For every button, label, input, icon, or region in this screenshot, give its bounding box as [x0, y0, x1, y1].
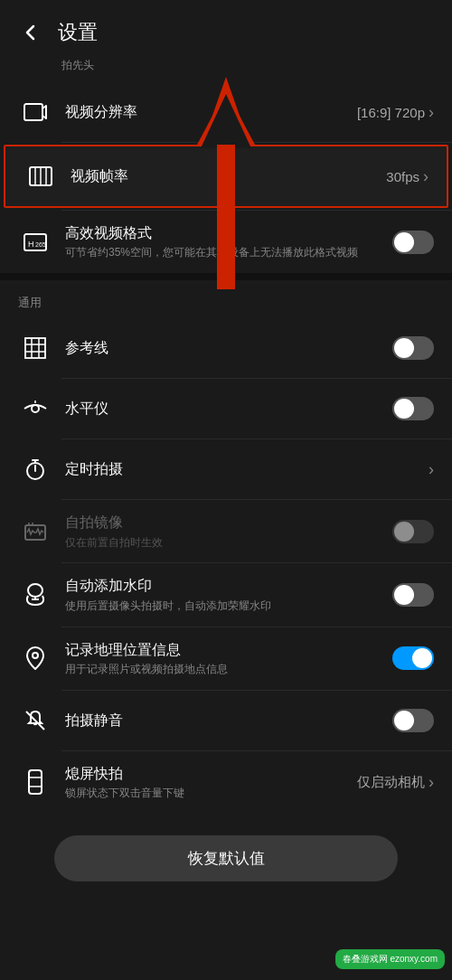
back-button[interactable]: [14, 16, 47, 49]
grid-line-text: 参考线: [65, 338, 392, 358]
level-item[interactable]: 水平仪: [0, 379, 452, 438]
selfie-mirror-text: 自拍镜像 仅在前置自拍时生效: [65, 513, 392, 550]
quick-snap-icon: [18, 765, 52, 799]
chevron-icon: ›: [428, 103, 434, 122]
video-resolution-item[interactable]: 视频分辨率 [16:9] 720p ›: [0, 82, 452, 142]
video-framerate-item[interactable]: 视频帧率 30fps ›: [4, 145, 448, 208]
divider: [61, 142, 452, 143]
toggle-knob: [394, 522, 414, 542]
site-watermark: 春叠游戏网 ezonxy.com: [335, 949, 445, 969]
restore-defaults-button[interactable]: 恢复默认值: [54, 835, 398, 881]
svg-point-29: [28, 584, 42, 597]
shutter-sound-text: 拍摄静音: [65, 711, 392, 730]
watermark-icon: [18, 578, 52, 612]
shutter-sound-item[interactable]: 拍摄静音: [0, 691, 452, 750]
hevc-text: 高效视频格式 可节省约35%空间，您可能在其他设备上无法播放此格式视频: [65, 223, 392, 260]
toggle-knob: [394, 338, 414, 358]
chevron-icon: ›: [423, 167, 428, 186]
video-resolution-icon: [18, 95, 52, 129]
timer-icon: [18, 452, 52, 486]
level-toggle[interactable]: [392, 397, 434, 420]
location-item[interactable]: 记录地理位置信息 用于记录照片或视频拍摄地点信息: [0, 627, 452, 690]
grid-icon: [18, 331, 52, 365]
watermark-toggle[interactable]: [392, 583, 434, 607]
location-toggle[interactable]: [392, 646, 434, 670]
quick-snap-item[interactable]: 熄屏快拍 锁屏状态下双击音量下键 仅启动相机 ›: [0, 751, 452, 814]
auto-watermark-item[interactable]: 自动添加水印 使用后置摄像头拍摄时，自动添加荣耀水印: [0, 563, 452, 626]
timer-text: 定时拍摄: [65, 459, 428, 479]
svg-text:H: H: [28, 240, 34, 249]
selfie-mirror-item[interactable]: 自拍镜像 仅在前置自拍时生效: [0, 500, 452, 562]
svg-point-32: [33, 653, 38, 658]
grid-line-item[interactable]: 参考线: [0, 318, 452, 378]
toggle-knob: [412, 648, 432, 668]
shutter-icon: [18, 703, 52, 738]
video-framerate-text: 视频帧率: [71, 166, 386, 186]
chevron-icon: ›: [428, 773, 434, 792]
toggle-knob: [394, 585, 414, 605]
hevc-item[interactable]: H 265 高效视频格式 可节省约35%空间，您可能在其他设备上无法播放此格式视…: [0, 211, 452, 273]
auto-watermark-text: 自动添加水印 使用后置摄像头拍摄时，自动添加荣耀水印: [65, 576, 392, 613]
location-icon: [18, 641, 52, 675]
toggle-knob: [394, 399, 414, 419]
page-title: 设置: [58, 19, 98, 46]
grid-toggle[interactable]: [392, 336, 434, 360]
svg-text:265: 265: [35, 241, 46, 248]
shutter-toggle[interactable]: [392, 709, 434, 732]
settings-header: 设置: [0, 0, 452, 56]
svg-rect-6: [24, 104, 42, 120]
video-resolution-text: 视频分辨率: [65, 102, 357, 122]
selfie-icon: [18, 514, 52, 549]
hevc-icon: H 265: [18, 225, 52, 259]
restore-button-wrap: 恢复默认值: [0, 814, 452, 900]
timer-item[interactable]: 定时拍摄 ›: [0, 439, 452, 499]
hevc-toggle[interactable]: [392, 231, 434, 254]
location-text: 记录地理位置信息 用于记录照片或视频拍摄地点信息: [65, 640, 392, 677]
svg-point-19: [32, 405, 39, 412]
video-framerate-icon: [24, 159, 58, 193]
quick-snap-text: 熄屏快拍 锁屏状态下双击音量下键: [65, 764, 357, 801]
level-icon: [18, 391, 52, 426]
svg-rect-14: [25, 338, 45, 358]
selfie-toggle[interactable]: [392, 520, 434, 543]
toggle-knob: [394, 232, 414, 252]
breadcrumb: 拍先头: [0, 56, 452, 82]
general-section-label: 通用: [0, 280, 452, 318]
section-divider: [0, 273, 452, 280]
chevron-icon: ›: [428, 460, 434, 479]
toggle-knob: [394, 711, 414, 730]
level-text: 水平仪: [65, 399, 392, 419]
svg-line-33: [26, 711, 44, 730]
svg-rect-35: [29, 770, 42, 794]
